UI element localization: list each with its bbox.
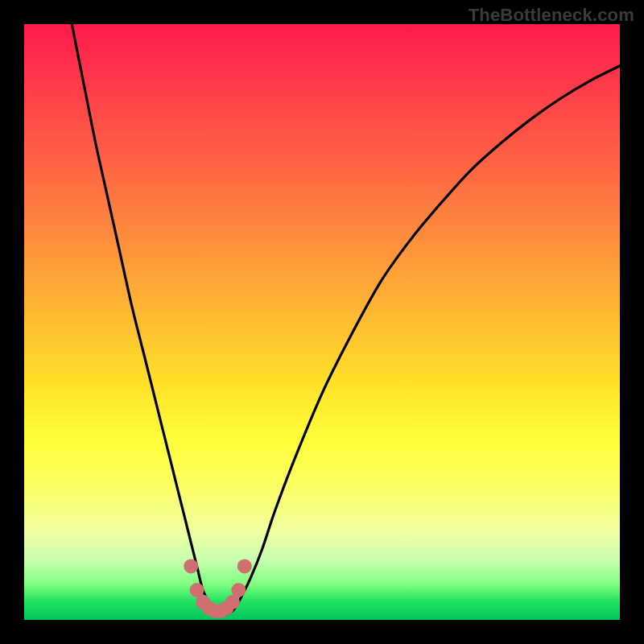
bottleneck-curve (72, 24, 620, 614)
watermark-text: TheBottleneck.com (469, 5, 634, 26)
plot-area (24, 24, 620, 620)
highlight-dot (184, 559, 198, 573)
flat-zone-marker (184, 559, 252, 618)
chart-stage: TheBottleneck.com (0, 0, 644, 644)
highlight-dot (231, 583, 246, 597)
highlight-dot (237, 559, 252, 573)
chart-overlay (24, 24, 620, 620)
